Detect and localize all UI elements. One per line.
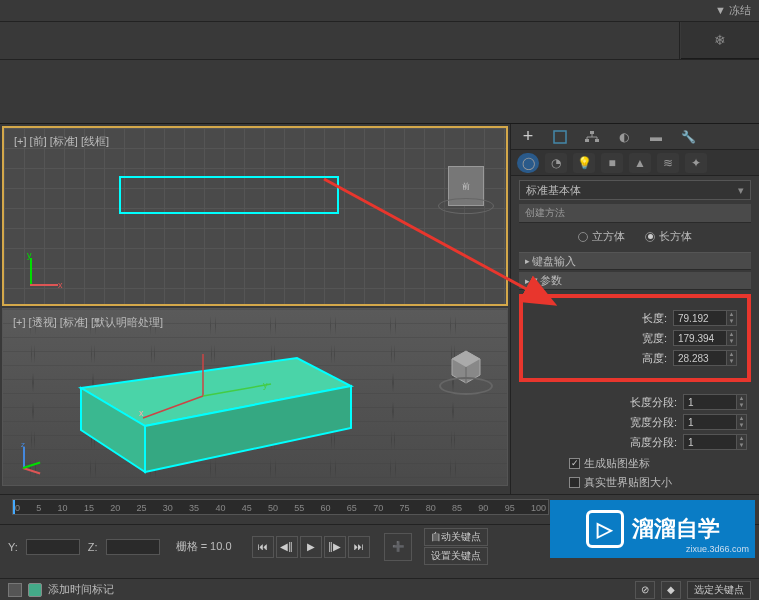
viewport-label[interactable]: [+] [前] [标准] [线框] [14,134,109,149]
watermark-logo: ▷ [586,510,624,548]
length-label: 长度: [617,311,667,326]
svg-rect-11 [554,131,566,143]
modify-tab[interactable] [549,127,571,147]
highlight-box: 长度:79.192▲▼ 宽度:179.394▲▼ 高度:28.283▲▼ [519,294,751,382]
display-tab[interactable]: ▬ [645,127,667,147]
params-rollout[interactable]: ▾ 参数 [519,272,751,290]
primitive-dropdown[interactable]: 标准基本体 [519,180,751,200]
helpers-tab[interactable]: ▲ [629,153,651,173]
cube-radio[interactable]: 立方体 [578,229,625,244]
toolbar-spacer [0,60,759,124]
space-warps-tab[interactable]: ≋ [657,153,679,173]
svg-text:x: x [139,408,144,418]
height-label: 高度: [617,351,667,366]
utilities-tab[interactable]: 🔧 [677,127,699,147]
panel-tabs-row1: + ◐ ▬ 🔧 [511,124,759,150]
shape-radio-group: 立方体 长方体 [511,223,759,250]
key-filter-2[interactable]: ◆ [661,581,681,599]
key-filter-dropdown[interactable]: 选定关键点 [687,581,751,599]
real-world-label: 真实世界贴图大小 [584,475,672,490]
width-spinner[interactable]: 179.394▲▼ [673,330,737,346]
svg-rect-14 [595,139,599,142]
systems-tab[interactable]: ✦ [685,153,707,173]
viewport-label[interactable]: [+] [透视] [标准] [默认明暗处理] [13,315,163,330]
height-spinner[interactable]: 28.283▲▼ [673,350,737,366]
playback-controls: ⏮ ◀‖ ▶ ‖▶ ⏭ [252,536,370,558]
length-spinner[interactable]: 79.192▲▼ [673,310,737,326]
command-panel: + ◐ ▬ 🔧 ◯ ◔ 💡 ■ ▲ ≋ ✦ 标准基本体 创建方法 立方体 长方体… [510,124,759,494]
motion-tab[interactable]: ◐ [613,127,635,147]
len-seg-label: 长度分段: [627,395,677,410]
gen-map-check[interactable]: ✓ [569,458,580,469]
wid-seg-spinner[interactable]: 1▲▼ [683,414,747,430]
watermark-text: 溜溜自学 [632,514,720,544]
snowflake-button[interactable]: ❄ [681,22,759,59]
panel-tabs-row2: ◯ ◔ 💡 ■ ▲ ≋ ✦ [511,150,759,176]
watermark-url: zixue.3d66.com [686,544,749,554]
mini-icon[interactable] [8,583,22,597]
hgt-seg-spinner[interactable]: 1▲▼ [683,434,747,450]
play[interactable]: ▶ [300,536,322,558]
wid-seg-label: 宽度分段: [627,415,677,430]
wireframe-box[interactable] [119,176,339,214]
prev-frame[interactable]: ◀‖ [276,536,298,558]
topbar: ▼ 冻结 [0,0,759,22]
svg-rect-12 [590,131,594,134]
bottom-row: 添加时间标记 ⊘ ◆ 选定关键点 [0,578,759,600]
viewport-perspective[interactable]: [+] [透视] [标准] [默认明暗处理] x y z [2,308,508,486]
key-mode-button[interactable]: ➕ [384,533,412,561]
goto-end[interactable]: ⏭ [348,536,370,558]
goto-start[interactable]: ⏮ [252,536,274,558]
ribbon: ❄ [0,22,759,60]
lock-icon[interactable] [28,583,42,597]
hierarchy-tab[interactable] [581,127,603,147]
svg-rect-13 [585,139,589,142]
svg-text:y: y [263,380,268,390]
watermark: ▷ 溜溜自学 zixue.3d66.com [550,500,755,558]
z-label: Z: [88,541,98,553]
y-field[interactable] [26,539,80,555]
hgt-seg-label: 高度分段: [627,435,677,450]
create-tab[interactable]: + [517,127,539,147]
auto-key-button[interactable]: 自动关键点 [424,528,488,546]
lights-tab[interactable]: 💡 [573,153,595,173]
viewport-area: [+] [前] [标准] [线框] yx 前 [+] [透视] [标准] [默认… [0,124,510,494]
cameras-tab[interactable]: ■ [601,153,623,173]
shapes-tab[interactable]: ◔ [545,153,567,173]
keyboard-rollout[interactable]: 键盘输入 [519,252,751,270]
creation-method-header: 创建方法 [519,204,751,223]
width-label: 宽度: [617,331,667,346]
timeline-track[interactable]: 0510152025303540455055606570758085909510… [12,499,549,515]
key-filter-1[interactable]: ⊘ [635,581,655,599]
viewcube-ring[interactable] [438,198,494,214]
y-label: Y: [8,541,18,553]
timeline-ticks: 0510152025303540455055606570758085909510… [13,503,548,513]
cuboid-radio[interactable]: 长方体 [645,229,692,244]
add-time-mark[interactable]: 添加时间标记 [48,582,114,597]
viewcube-ring[interactable] [439,377,493,395]
geometry-tab[interactable]: ◯ [517,153,539,173]
set-key-button[interactable]: 设置关键点 [424,547,488,565]
real-world-check[interactable] [569,477,580,488]
freeze-label[interactable]: ▼ 冻结 [715,3,751,18]
len-seg-spinner[interactable]: 1▲▼ [683,394,747,410]
z-field[interactable] [106,539,160,555]
grid-text: 栅格 = 10.0 [176,539,232,554]
box-mesh[interactable]: x y [53,354,363,484]
next-frame[interactable]: ‖▶ [324,536,346,558]
gen-map-label: 生成贴图坐标 [584,456,650,471]
snowflake-icon: ❄ [714,32,726,48]
viewport-front[interactable]: [+] [前] [标准] [线框] yx 前 [2,126,508,306]
